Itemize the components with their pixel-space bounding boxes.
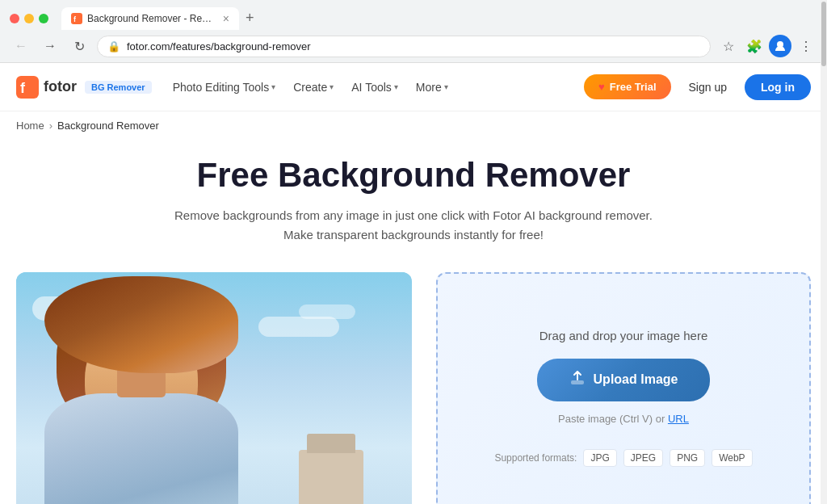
shirt [44, 393, 238, 504]
active-tab[interactable]: f Background Remover - Remov... × [61, 7, 239, 30]
site-nav: f fotor BG Remover Photo Editing Tools ▾… [0, 63, 827, 111]
nav-ai-tools[interactable]: AI Tools ▾ [343, 76, 406, 99]
free-trial-button[interactable]: ♥ Free Trial [584, 74, 671, 99]
demo-image [16, 272, 412, 504]
hero-description: Remove backgrounds from any image in jus… [171, 206, 656, 245]
svg-text:f: f [20, 80, 26, 96]
breadcrumb-current: Background Remover [57, 120, 159, 132]
forward-button[interactable]: → [39, 35, 61, 57]
url-text: fotor.com/features/background-remover [127, 40, 700, 52]
nav-links: Photo Editing Tools ▾ Create ▾ AI Tools … [165, 76, 577, 99]
logo-area[interactable]: f fotor BG Remover [16, 76, 152, 99]
window-controls [10, 14, 48, 23]
nav-more[interactable]: More ▾ [408, 76, 456, 99]
scrollbar-thumb[interactable] [821, 2, 826, 66]
bookmark-star-button[interactable]: ☆ [717, 35, 740, 57]
paste-hint: Paste image (Ctrl V) or URL [558, 413, 689, 425]
main-area: Drag and drop your image here Upload Ima… [0, 272, 827, 504]
address-bar[interactable]: 🔒 fotor.com/features/background-remover [97, 36, 711, 57]
breadcrumb-separator: › [49, 120, 52, 132]
chevron-down-icon: ▾ [394, 82, 398, 91]
refresh-button[interactable]: ↻ [68, 35, 90, 57]
close-window-button[interactable] [10, 14, 19, 23]
nav-create[interactable]: Create ▾ [285, 76, 342, 99]
tab-title: Background Remover - Remov... [87, 13, 218, 24]
upload-image-button[interactable]: Upload Image [537, 359, 711, 401]
minimize-window-button[interactable] [24, 14, 34, 23]
login-button[interactable]: Log in [745, 74, 811, 100]
menu-button[interactable]: ⋮ [795, 35, 817, 57]
profile-button[interactable] [769, 35, 791, 57]
url-link[interactable]: URL [668, 413, 689, 425]
site-content: f fotor BG Remover Photo Editing Tools ▾… [0, 63, 827, 504]
tab-favicon: f [71, 13, 82, 24]
format-jpeg: JPEG [623, 449, 663, 467]
browser-toolbar: ← → ↻ 🔒 fotor.com/features/background-re… [0, 30, 827, 62]
logo-text: fotor [44, 78, 77, 95]
cloud-3 [258, 317, 339, 337]
signup-button[interactable]: Sign up [679, 74, 737, 100]
nav-photo-editing-label: Photo Editing Tools [173, 81, 270, 94]
building [299, 450, 363, 504]
chevron-down-icon: ▾ [271, 82, 275, 91]
breadcrumb: Home › Background Remover [0, 111, 827, 140]
extensions-button[interactable]: 🧩 [743, 35, 766, 57]
svg-rect-5 [571, 380, 584, 384]
heart-icon: ♥ [598, 81, 605, 93]
scrollbar[interactable] [821, 0, 827, 504]
logo-badge: BG Remover [85, 81, 152, 94]
chevron-down-icon: ▾ [444, 82, 448, 91]
new-tab-button[interactable]: + [239, 6, 261, 30]
toolbar-actions: ☆ 🧩 ⋮ [717, 35, 817, 57]
nav-create-label: Create [293, 81, 327, 94]
format-webp: WebP [712, 449, 752, 467]
nav-photo-editing-tools[interactable]: Photo Editing Tools ▾ [165, 76, 284, 99]
format-jpg: JPG [583, 449, 616, 467]
formats-label: Supported formats: [494, 452, 577, 464]
upload-icon [569, 370, 586, 390]
hero-title: Free Background Remover [16, 156, 811, 195]
close-tab-button[interactable]: × [223, 12, 229, 25]
upload-drag-text: Drag and drop your image here [539, 329, 707, 342]
nav-ai-tools-label: AI Tools [351, 81, 392, 94]
back-button[interactable]: ← [10, 35, 32, 57]
nav-actions: ♥ Free Trial Sign up Log in [584, 74, 811, 100]
person [32, 272, 250, 504]
cloud-4 [299, 304, 355, 319]
lock-icon: 🔒 [107, 40, 120, 52]
nav-more-label: More [416, 81, 442, 94]
free-trial-label: Free Trial [610, 81, 657, 93]
maximize-window-button[interactable] [39, 14, 48, 23]
formats-row: Supported formats: JPG JPEG PNG WebP [494, 449, 752, 467]
upload-area[interactable]: Drag and drop your image here Upload Ima… [436, 272, 811, 504]
chevron-down-icon: ▾ [330, 82, 334, 91]
hero-section: Free Background Remover Remove backgroun… [0, 140, 827, 272]
format-png: PNG [670, 449, 705, 467]
tab-bar: f Background Remover - Remov... × + [61, 6, 261, 30]
upload-button-label: Upload Image [594, 372, 678, 387]
breadcrumb-home[interactable]: Home [16, 120, 44, 132]
